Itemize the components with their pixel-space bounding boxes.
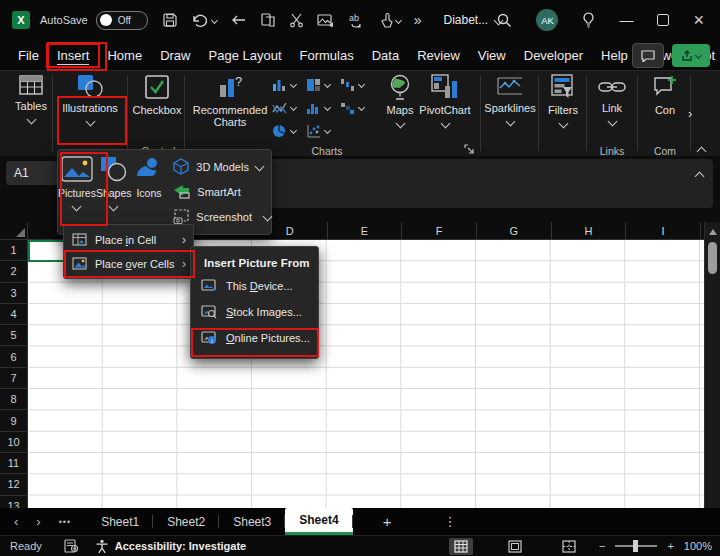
touch-mode-icon[interactable] xyxy=(379,12,401,28)
column-header[interactable]: I xyxy=(626,222,701,239)
row-header[interactable]: 10 xyxy=(0,432,28,453)
vertical-scrollbar[interactable] xyxy=(704,222,720,508)
name-box[interactable]: A1 xyxy=(6,161,58,185)
tables-button[interactable]: Tables xyxy=(10,74,52,123)
zoom-out-button[interactable]: − xyxy=(599,540,605,552)
3d-models-menu-button[interactable]: 3D Models xyxy=(170,154,271,179)
qat-overflow-icon[interactable]: » xyxy=(414,13,422,27)
ribbon-tab[interactable]: File xyxy=(9,45,48,66)
new-sheet-button[interactable]: + xyxy=(383,513,392,530)
ribbon-tab[interactable]: Formulas xyxy=(291,45,363,66)
column-header[interactable]: E xyxy=(328,222,403,239)
shapes-menu-button[interactable]: Shapes xyxy=(96,150,132,234)
scroll-up-icon[interactable] xyxy=(709,229,717,235)
macro-record-icon[interactable] xyxy=(64,539,79,553)
icons-menu-button[interactable]: Icons xyxy=(132,150,167,234)
row-header[interactable]: 12 xyxy=(0,474,28,495)
copy-icon[interactable] xyxy=(260,12,276,28)
row-header[interactable]: 1 xyxy=(0,240,28,261)
place-over-cells-item[interactable]: Place over Cells › xyxy=(64,252,193,276)
this-device-item[interactable]: This Device... xyxy=(191,273,318,299)
avatar[interactable]: AK xyxy=(536,9,558,31)
back-arrow-icon[interactable] xyxy=(230,13,247,27)
ribbon-tab[interactable]: Review xyxy=(408,45,469,66)
comments-button[interactable] xyxy=(632,43,664,68)
stock-images-item[interactable]: Stock Images... xyxy=(191,299,318,325)
select-all-corner[interactable] xyxy=(0,222,28,240)
cut-icon[interactable] xyxy=(289,12,304,28)
accessibility-status[interactable]: Accessibility: Investigate xyxy=(95,539,246,554)
comment-button[interactable]: Con xyxy=(644,74,686,116)
waterfall-chart-button[interactable] xyxy=(340,73,374,96)
prev-sheet-icon[interactable]: ‹ xyxy=(14,514,18,529)
formula-bar-expand-icon[interactable] xyxy=(695,172,705,182)
filters-button[interactable]: Filters xyxy=(543,74,583,127)
ribbon-tab[interactable]: Page Layout xyxy=(200,45,291,66)
search-icon[interactable] xyxy=(496,12,512,28)
sheet-options-icon[interactable]: ⋮ xyxy=(443,514,456,529)
illustrations-button[interactable]: Illustrations xyxy=(55,74,125,125)
ribbon-tab[interactable]: Data xyxy=(363,45,408,66)
page-break-view-button[interactable] xyxy=(557,538,581,555)
ribbon-tab[interactable]: View xyxy=(469,45,515,66)
column-chart-button[interactable] xyxy=(272,73,306,96)
histogram-chart-button[interactable] xyxy=(306,96,340,119)
zoom-level[interactable]: 100% xyxy=(684,540,712,552)
lightbulb-icon[interactable] xyxy=(582,12,595,29)
line-chart-button[interactable] xyxy=(272,96,306,119)
row-header[interactable]: 13 xyxy=(0,496,28,508)
sheet-tab[interactable]: Sheet1 xyxy=(87,508,153,535)
sheet-tab[interactable]: Sheet4 xyxy=(285,508,352,535)
collapse-ribbon-icon[interactable] xyxy=(697,147,707,157)
page-layout-view-button[interactable] xyxy=(503,538,527,555)
minimize-button[interactable]: — xyxy=(619,13,633,27)
combo-chart-button[interactable] xyxy=(340,96,374,119)
worksheet-grid[interactable] xyxy=(28,240,704,508)
online-pictures-item[interactable]: i Online Pictures... xyxy=(191,325,318,351)
undo-icon[interactable] xyxy=(191,12,217,28)
row-header[interactable]: 3 xyxy=(0,283,28,304)
find-replace-icon[interactable]: ab xyxy=(348,12,366,28)
ribbon-tab[interactable]: Draw xyxy=(151,45,199,66)
row-header[interactable]: 11 xyxy=(0,453,28,474)
all-sheets-icon[interactable]: ••• xyxy=(59,517,71,527)
save-icon[interactable] xyxy=(162,12,178,28)
column-header[interactable]: F xyxy=(402,222,477,239)
maximize-button[interactable] xyxy=(657,14,669,26)
zoom-slider-thumb[interactable] xyxy=(633,540,638,552)
ribbon-tab[interactable]: Help xyxy=(592,45,637,66)
row-header[interactable]: 7 xyxy=(0,368,28,389)
autosave-toggle[interactable]: Off xyxy=(96,11,148,30)
vertical-scroll-thumb[interactable] xyxy=(708,242,717,274)
checkbox-button[interactable]: Checkbox xyxy=(130,74,184,116)
pictures-menu-button[interactable]: Pictures xyxy=(58,150,96,234)
row-header[interactable]: 8 xyxy=(0,389,28,410)
hierarchy-chart-button[interactable] xyxy=(306,73,340,96)
picture-paste-icon[interactable] xyxy=(317,13,335,28)
row-header[interactable]: 2 xyxy=(0,261,28,282)
ribbon-tab[interactable]: Insert xyxy=(48,45,99,66)
sparklines-button[interactable]: Sparklines xyxy=(483,74,537,125)
zoom-slider[interactable] xyxy=(615,545,657,547)
ribbon-tab[interactable]: Home xyxy=(98,45,151,66)
ribbon-scroll-right-icon[interactable]: › xyxy=(688,107,692,120)
pie-chart-button[interactable] xyxy=(272,119,306,142)
row-header[interactable]: 4 xyxy=(0,304,28,325)
column-header[interactable]: G xyxy=(477,222,552,239)
zoom-in-button[interactable]: + xyxy=(667,540,673,552)
smartart-menu-button[interactable]: SmartArt xyxy=(170,179,271,204)
row-header[interactable]: 9 xyxy=(0,410,28,431)
recommended-charts-button[interactable]: ? Recommended Charts xyxy=(188,74,272,128)
place-in-cell-item[interactable]: Place in Cell › xyxy=(64,228,193,252)
pivotchart-button[interactable]: PivotChart xyxy=(414,74,476,127)
row-header[interactable]: 5 xyxy=(0,325,28,346)
link-button[interactable]: Link xyxy=(590,76,634,125)
column-header[interactable]: H xyxy=(552,222,627,239)
next-sheet-icon[interactable]: › xyxy=(36,514,40,529)
charts-dialog-launcher-icon[interactable] xyxy=(464,144,474,154)
excel-app-icon[interactable]: X xyxy=(12,11,30,29)
scatter-chart-button[interactable] xyxy=(306,119,340,142)
close-button[interactable]: × xyxy=(693,11,704,29)
normal-view-button[interactable] xyxy=(449,538,473,555)
document-title[interactable]: Diabet... xyxy=(444,13,503,27)
